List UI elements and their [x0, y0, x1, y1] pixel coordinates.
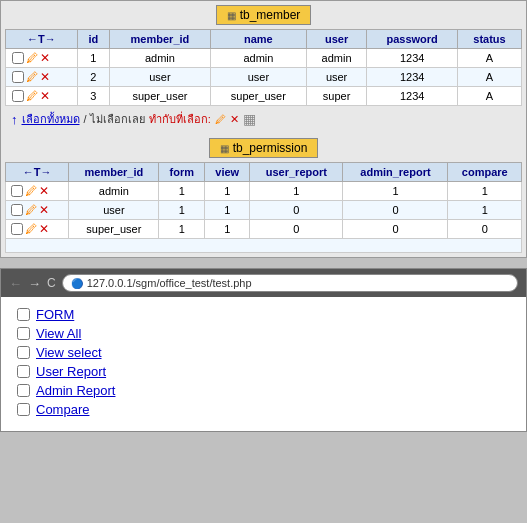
edit-icon[interactable]: 🖉: [26, 51, 38, 65]
perm-form: 1: [159, 201, 205, 220]
perm-row-checkbox[interactable]: [11, 185, 23, 197]
footer-edit-icon[interactable]: 🖉: [215, 113, 226, 125]
member-th-member-id: member_id: [109, 30, 210, 49]
perm-member-id: admin: [69, 182, 159, 201]
select-all-link[interactable]: เลือกทั้งหมด: [22, 110, 80, 128]
member-th-password: password: [367, 30, 458, 49]
perm-user-report: 1: [250, 182, 343, 201]
row-name: admin: [210, 49, 306, 68]
perm-list-link[interactable]: View select: [36, 345, 102, 360]
perm-view: 1: [205, 220, 250, 239]
list-item: View All: [17, 326, 510, 341]
address-icon: 🔵: [71, 278, 83, 289]
member-row: 🖉 ✕ 3 super_user super_user super 1234 A: [6, 87, 522, 106]
perm-view: 1: [205, 201, 250, 220]
perm-list-checkbox[interactable]: [17, 327, 30, 340]
perm-view: 1: [205, 182, 250, 201]
member-table: ←T→ id member_id name user password stat…: [5, 29, 522, 106]
perm-list-checkbox[interactable]: [17, 346, 30, 359]
member-table-title: ▦ tb_member: [5, 5, 522, 25]
perm-edit-icon[interactable]: 🖉: [25, 184, 37, 198]
back-button[interactable]: ←: [9, 276, 22, 291]
row-id: 1: [77, 49, 109, 68]
row-user: super: [306, 87, 367, 106]
row-checkbox[interactable]: [12, 71, 24, 83]
list-item: User Report: [17, 364, 510, 379]
perm-delete-icon[interactable]: ✕: [39, 203, 49, 217]
row-nav-cell: 🖉 ✕: [6, 68, 78, 87]
perm-edit-icon[interactable]: 🖉: [25, 203, 37, 217]
address-bar[interactable]: 🔵 127.0.0.1/sgm/office_test/test.php: [62, 274, 518, 292]
edit-icon[interactable]: 🖉: [26, 89, 38, 103]
row-nav-cell: 🖉 ✕: [6, 49, 78, 68]
list-item: View select: [17, 345, 510, 360]
perm-member-id: user: [69, 201, 159, 220]
browser-bar: ← → C 🔵 127.0.0.1/sgm/office_test/test.p…: [1, 269, 526, 297]
row-password: 1234: [367, 87, 458, 106]
row-id: 3: [77, 87, 109, 106]
perm-th-user-report: user_report: [250, 163, 343, 182]
perm-edit-icon[interactable]: 🖉: [25, 222, 37, 236]
browser-content: FORM View All View select User Report Ad…: [1, 297, 526, 431]
perm-nav-cell: 🖉 ✕: [6, 201, 69, 220]
row-status: A: [458, 49, 522, 68]
delete-icon[interactable]: ✕: [40, 51, 50, 65]
row-user: user: [306, 68, 367, 87]
perm-list-checkbox[interactable]: [17, 308, 30, 321]
permission-table-name: tb_permission: [233, 141, 308, 155]
perm-th-nav: ←T→: [6, 163, 69, 182]
perm-list-link[interactable]: Admin Report: [36, 383, 115, 398]
perm-row-checkbox[interactable]: [11, 223, 23, 235]
permission-list: FORM View All View select User Report Ad…: [17, 307, 510, 417]
perm-list-link[interactable]: Compare: [36, 402, 89, 417]
perm-compare: 0: [448, 220, 522, 239]
perm-compare: 1: [448, 201, 522, 220]
member-table-footer: ↑ เลือกทั้งหมด / ไม่เลือกเลย ทำกับที่เลื…: [5, 106, 522, 132]
perm-admin-report: 1: [343, 182, 448, 201]
member-th-id: id: [77, 30, 109, 49]
address-url: 127.0.0.1/sgm/office_test/test.php: [87, 277, 252, 289]
perm-admin-report: 0: [343, 201, 448, 220]
delete-icon[interactable]: ✕: [40, 89, 50, 103]
perm-delete-icon[interactable]: ✕: [39, 184, 49, 198]
perm-list-link[interactable]: FORM: [36, 307, 74, 322]
row-password: 1234: [367, 49, 458, 68]
row-member-id: super_user: [109, 87, 210, 106]
edit-icon[interactable]: 🖉: [26, 70, 38, 84]
row-member-id: user: [109, 68, 210, 87]
perm-delete-icon[interactable]: ✕: [39, 222, 49, 236]
forward-button[interactable]: →: [28, 276, 41, 291]
member-th-name: name: [210, 30, 306, 49]
perm-list-link[interactable]: User Report: [36, 364, 106, 379]
partial-row-indicator: [5, 239, 522, 253]
footer-del-icon[interactable]: ✕: [230, 113, 239, 126]
db-panel: ▦ tb_member ←T→ id member_id name user p…: [0, 0, 527, 258]
perm-list-checkbox[interactable]: [17, 403, 30, 416]
perm-row-checkbox[interactable]: [11, 204, 23, 216]
row-status: A: [458, 87, 522, 106]
footer-action-text: ทำกับที่เลือก:: [149, 110, 211, 128]
perm-form: 1: [159, 182, 205, 201]
list-item: Admin Report: [17, 383, 510, 398]
row-password: 1234: [367, 68, 458, 87]
perm-list-checkbox[interactable]: [17, 384, 30, 397]
footer-up-arrow: ↑: [11, 112, 18, 127]
row-id: 2: [77, 68, 109, 87]
member-th-user: user: [306, 30, 367, 49]
perm-row: 🖉 ✕ admin 1 1 1 1 1: [6, 182, 522, 201]
row-status: A: [458, 68, 522, 87]
row-checkbox[interactable]: [12, 90, 24, 102]
member-table-section: ▦ tb_member ←T→ id member_id name user p…: [5, 5, 522, 132]
member-th-nav: ←T→: [6, 30, 78, 49]
perm-list-checkbox[interactable]: [17, 365, 30, 378]
delete-icon[interactable]: ✕: [40, 70, 50, 84]
perm-list-link[interactable]: View All: [36, 326, 81, 341]
perm-user-report: 0: [250, 201, 343, 220]
row-checkbox[interactable]: [12, 52, 24, 64]
browser-section: ← → C 🔵 127.0.0.1/sgm/office_test/test.p…: [0, 268, 527, 432]
footer-copy-icon[interactable]: ▦: [243, 111, 256, 127]
list-item: FORM: [17, 307, 510, 322]
list-item: Compare: [17, 402, 510, 417]
perm-nav-cell: 🖉 ✕: [6, 220, 69, 239]
refresh-button[interactable]: C: [47, 276, 56, 290]
